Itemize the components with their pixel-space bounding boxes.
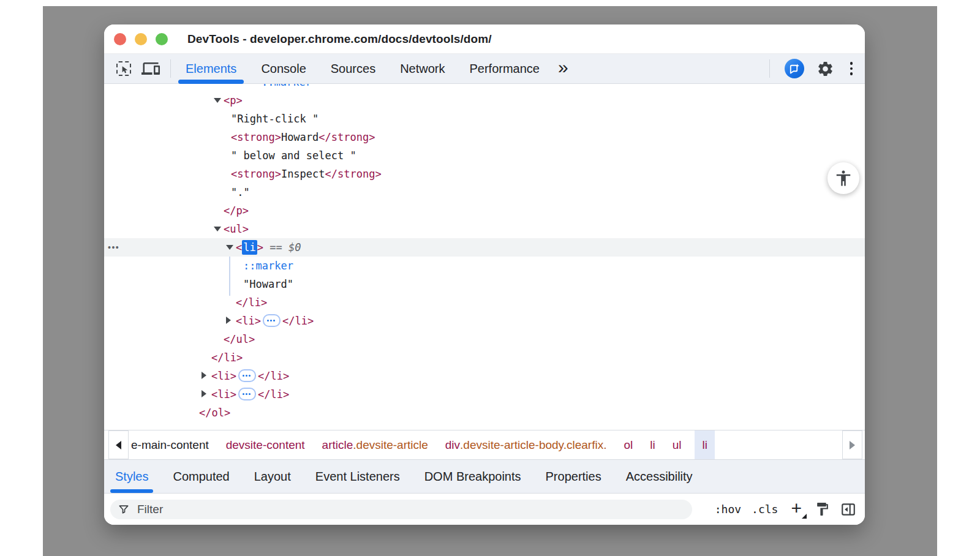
inspect-element-button[interactable] [114, 59, 134, 78]
title-bar: DevTools - developer.chrome.com/docs/dev… [104, 24, 865, 54]
breadcrumb-list: e-main-contentdevsite-contentarticle.dev… [131, 430, 839, 459]
paint-roller-icon [815, 502, 830, 517]
panel-tab-layout[interactable]: Layout [254, 460, 291, 493]
breadcrumb-item[interactable]: li [650, 430, 655, 459]
tree-row[interactable]: </li> [104, 293, 865, 312]
tree-row[interactable]: "Right-click " [104, 110, 865, 128]
collapsed-ellipsis-icon[interactable] [238, 369, 256, 382]
accessibility-person-icon [834, 169, 853, 187]
tree-row[interactable]: <ul> [104, 220, 865, 238]
breadcrumb-scroll-left-button[interactable] [108, 430, 129, 459]
accessibility-overlay-button[interactable] [827, 162, 859, 194]
breadcrumb-item[interactable]: ul [673, 430, 682, 459]
tree-row[interactable]: <strong>Howard</strong> [104, 128, 865, 146]
collapse-arrow-icon[interactable] [202, 390, 206, 397]
ai-assistant-icon [788, 63, 800, 75]
tree-row[interactable]: "." [104, 183, 865, 201]
filter-funnel-icon [118, 503, 130, 516]
toggle-sidebar-button[interactable] [840, 502, 856, 517]
filter-pill [110, 500, 692, 519]
breadcrumb-scroll-right-button[interactable] [842, 430, 862, 459]
toggle-element-classes-button[interactable]: .cls [752, 503, 778, 516]
collapse-arrow-icon[interactable] [202, 372, 206, 379]
breadcrumb-bar: e-main-contentdevsite-contentarticle.dev… [104, 430, 865, 459]
panel-tab-dom-breakpoints[interactable]: DOM Breakpoints [424, 460, 521, 493]
tree-row[interactable]: </li> [104, 348, 865, 367]
collapse-arrow-icon[interactable] [226, 317, 231, 324]
window-title: DevTools - developer.chrome.com/docs/dev… [187, 32, 492, 46]
toolbar-divider [170, 59, 171, 78]
tree-guide-line [229, 257, 230, 296]
more-tabs-button[interactable]: » [552, 58, 575, 77]
devices-icon [141, 59, 160, 78]
expand-arrow-icon[interactable] [214, 227, 221, 231]
tree-row[interactable]: " below and select " [104, 146, 865, 165]
inspect-cursor-icon [116, 61, 131, 76]
filter-bar-right-group: :hov .cls + [715, 502, 856, 517]
tree-row[interactable]: </ul> [104, 330, 865, 348]
breadcrumb-item[interactable]: devsite-content [226, 430, 305, 459]
tab-network[interactable]: Network [388, 54, 457, 83]
device-toolbar-button[interactable] [141, 59, 160, 78]
tree-row[interactable]: "Howard" [104, 275, 865, 293]
filter-input[interactable] [136, 502, 687, 517]
tree-row[interactable]: <li></li> [104, 312, 865, 330]
breadcrumb-item[interactable]: div.devsite-article-body.clearfix. [445, 430, 607, 459]
tree-row[interactable]: </ol> [104, 404, 865, 422]
sidebar-panel-tabs: StylesComputedLayoutEvent ListenersDOM B… [104, 459, 865, 493]
tree-row-selected[interactable]: •••<li> == $0 [104, 238, 865, 257]
panel-tab-styles[interactable]: Styles [115, 460, 148, 493]
panel-tab-event-listeners[interactable]: Event Listeners [315, 460, 400, 493]
styles-filter-bar: :hov .cls + [104, 493, 865, 525]
tree-row[interactable]: ::marker [104, 84, 865, 91]
tree-row[interactable]: ::marker [104, 257, 865, 275]
tab-elements[interactable]: Elements [173, 54, 249, 83]
right-arrow-icon [850, 441, 855, 449]
expand-arrow-icon[interactable] [226, 245, 233, 250]
settings-gear-icon [816, 60, 834, 78]
minimize-button[interactable] [135, 33, 147, 45]
tree-row[interactable]: <strong>Inspect</strong> [104, 165, 865, 183]
devtools-window: DevTools - developer.chrome.com/docs/dev… [104, 24, 865, 525]
breadcrumb-item-selected[interactable]: li [695, 430, 714, 459]
kebab-menu-button[interactable] [846, 62, 857, 75]
devtools-toolbar: ElementsConsoleSourcesNetworkPerformance… [104, 54, 865, 84]
row-actions-dots[interactable]: ••• [108, 238, 119, 257]
breadcrumb-item[interactable]: e-main-content [131, 430, 209, 459]
tab-performance[interactable]: Performance [458, 54, 552, 83]
toggle-pseudo-classes-button[interactable]: :hov [715, 503, 741, 516]
tree-row[interactable]: <p> [104, 91, 865, 110]
dock-sidebar-icon [840, 502, 856, 517]
new-style-rule-button[interactable]: + [788, 499, 804, 517]
toolbar-right-divider [769, 59, 770, 78]
left-arrow-icon [116, 441, 121, 449]
dom-tree-panel: ::marker<p>"Right-click "<strong>Howard<… [104, 84, 865, 430]
tree-row[interactable]: <li></li> [104, 367, 865, 385]
close-button[interactable] [114, 33, 126, 45]
expand-arrow-icon[interactable] [214, 98, 221, 103]
breadcrumb-item[interactable]: article.devsite-article [322, 430, 428, 459]
panel-tab-computed[interactable]: Computed [173, 460, 229, 493]
format-paint-button[interactable] [815, 502, 830, 517]
tree-row[interactable]: <li></li> [104, 385, 865, 404]
maximize-button[interactable] [156, 33, 168, 45]
breadcrumb-item[interactable]: ol [624, 430, 633, 459]
tab-console[interactable]: Console [249, 54, 318, 83]
tree-row[interactable]: </p> [104, 201, 865, 220]
panel-tab-accessibility[interactable]: Accessibility [626, 460, 693, 493]
settings-button[interactable] [816, 60, 834, 78]
main-tabs: ElementsConsoleSourcesNetworkPerformance [173, 54, 552, 83]
tab-sources[interactable]: Sources [318, 54, 388, 83]
collapsed-ellipsis-icon[interactable] [263, 314, 281, 327]
collapsed-ellipsis-icon[interactable] [238, 388, 256, 400]
panel-tab-properties[interactable]: Properties [546, 460, 601, 493]
toolbar-right-group [767, 59, 857, 78]
ai-assistant-button[interactable] [785, 59, 804, 78]
